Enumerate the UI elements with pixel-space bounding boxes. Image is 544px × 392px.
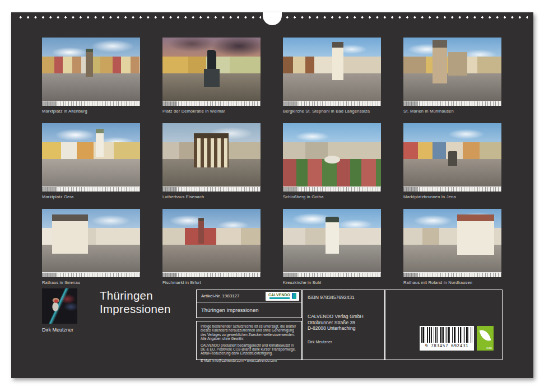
thumb-erfurt: Fischmarkt in Erfurt — [162, 209, 261, 285]
author-name: Dirk Meutzner — [42, 327, 73, 333]
thumb-calendar-strip — [283, 186, 381, 192]
legal-box: Infolge bestehender Schutzrechte ist es … — [196, 321, 302, 360]
thumb-calendar-strip — [283, 101, 381, 106]
page-title: Thüringen Impressionen — [100, 289, 171, 316]
eco-label: eco — [486, 346, 492, 349]
article-box: Artikel-Nr. 1983127 CALVENDO Thüringen I… — [196, 290, 302, 318]
barcode-digits: 9 783457 692431 — [421, 343, 472, 348]
leaf-icon — [480, 328, 491, 342]
thumb-calendar-strip — [42, 186, 140, 192]
thumb-photo — [162, 209, 261, 272]
thumb-nordhausen: Rathaus mit Roland in Nordhausen — [403, 209, 501, 285]
calendar-title: Thüringen Impressionen — [197, 302, 301, 318]
legal-text-2: CALVENDO produziert bedarfsgerecht und k… — [201, 343, 297, 356]
thumb-photo — [283, 38, 381, 101]
thumb-calendar-strip — [403, 186, 501, 192]
title-line2: Impressionen — [100, 302, 171, 316]
thumb-weimar: Platz der Demokratie in Weimar — [162, 38, 261, 114]
info-column-right: 9 783457 692431 eco — [385, 290, 503, 360]
calvendo-logo-tagline — [269, 297, 290, 299]
thumb-photo — [283, 209, 381, 272]
publisher-contact: Dirk Meutzner — [308, 340, 379, 344]
legal-text-1: Infolge bestehender Schutzrechte ist es … — [201, 324, 297, 341]
binding-holes-left — [17, 14, 261, 21]
eco-badge: eco — [477, 326, 494, 351]
thumb-calendar-strip — [403, 272, 501, 277]
article-number: Artikel-Nr. 1983127 — [201, 293, 239, 298]
thumb-eisenach: Lutherhaus Eisenach — [162, 123, 261, 199]
thumb-jena: Marktplatzbrunnen In Jena — [403, 123, 501, 199]
calvendo-logo: CALVENDO — [266, 292, 299, 301]
calendar-back-cover: Marktplatz in Altenburg Platz der Demokr… — [0, 0, 544, 392]
thumb-caption: Fischmarkt in Erfurt — [162, 280, 261, 285]
publisher-city: D-82008 Unterhaching — [308, 325, 379, 332]
info-panel: Artikel-Nr. 1983127 CALVENDO Thüringen I… — [196, 290, 503, 361]
thumb-photo — [162, 123, 261, 186]
thumb-calendar-strip — [162, 186, 261, 192]
thumb-caption: St. Marien in Mühlhausen — [403, 109, 501, 114]
hanger-hole — [263, 12, 282, 25]
isbn: ISBN 9783457692431 — [308, 295, 379, 300]
thumb-photo — [403, 123, 501, 186]
thumb-caption: Rathaus mit Roland in Nordhausen — [403, 280, 501, 285]
thumb-caption: Lutherhaus Eisenach — [162, 194, 261, 199]
barcode-bars — [421, 327, 472, 343]
contact-email: E-Mail: info@calvendo.com • www.calvendo… — [201, 358, 297, 362]
thumb-caption: Marktplatz Gera — [42, 194, 140, 199]
publisher-street: Ottobrunner Straße 39 — [308, 320, 379, 326]
thumb-calendar-strip — [42, 101, 140, 106]
barcode: 9 783457 692431 — [420, 326, 474, 351]
article-row: Artikel-Nr. 1983127 CALVENDO — [197, 290, 301, 302]
thumb-calendar-strip — [283, 272, 381, 277]
info-column-middle: ISBN 9783457692431 CALVENDO Verlag GmbH … — [302, 290, 385, 360]
thumb-photo — [403, 38, 501, 101]
thumb-caption: Platz der Demokratie in Weimar — [162, 109, 261, 114]
thumb-photo — [42, 123, 140, 186]
thumb-calendar-strip — [403, 101, 501, 106]
thumb-photo — [42, 38, 140, 101]
thumb-gera: Marktplatz Gera — [42, 123, 140, 199]
thumb-photo — [403, 209, 501, 272]
thumb-caption: Rathaus in Ilmenau — [42, 280, 140, 285]
thumb-caption: Marktplatzbrunnen In Jena — [403, 194, 501, 199]
thumb-altenburg: Marktplatz in Altenburg — [42, 38, 140, 114]
publisher-name: CALVENDO Verlag GmbH — [308, 314, 379, 320]
thumb-bad-langensalza: Bergkirche St. Stephani in Bad Langensal… — [283, 38, 381, 114]
thumb-calendar-strip — [42, 272, 140, 277]
calvendo-logo-wordmark: CALVENDO — [268, 293, 290, 299]
thumb-calendar-strip — [162, 272, 261, 277]
binding-holes-right — [283, 14, 528, 21]
thumb-muehlhausen: St. Marien in Mühlhausen — [403, 38, 501, 114]
calvendo-logo-text: CALVENDO — [268, 293, 290, 297]
thumb-caption: Schloßberg in Gotha — [283, 194, 381, 199]
thumb-suhl: Kreuzkirche in Suhl — [283, 209, 381, 285]
thumb-photo — [42, 209, 140, 272]
title-line1: Thüringen — [100, 289, 171, 302]
thumb-ilmenau: Rathaus in Ilmenau — [42, 209, 140, 285]
thumb-caption: Marktplatz in Altenburg — [42, 109, 140, 114]
thumb-caption: Bergkirche St. Stephani in Bad Langensal… — [283, 109, 381, 114]
thumb-photo — [283, 123, 381, 186]
info-column-left: Artikel-Nr. 1983127 CALVENDO Thüringen I… — [196, 290, 302, 360]
thumb-caption: Kreuzkirche in Suhl — [283, 280, 381, 285]
thumb-photo — [162, 38, 261, 101]
thumb-gotha: Schloßberg in Gotha — [283, 123, 381, 199]
calvendo-page-icon — [292, 293, 296, 299]
calendar-page: Marktplatz in Altenburg Platz der Demokr… — [11, 12, 533, 378]
author-photo — [42, 288, 77, 324]
publisher-address: CALVENDO Verlag GmbH Ottobrunner Straße … — [308, 314, 379, 332]
thumb-calendar-strip — [162, 101, 261, 106]
